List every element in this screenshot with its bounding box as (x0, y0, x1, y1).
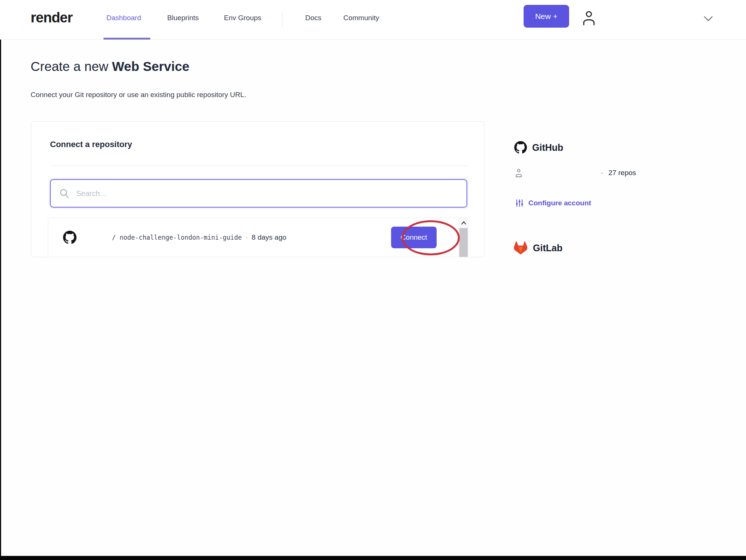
person-icon (581, 8, 597, 27)
card-heading-divider (50, 165, 468, 166)
account-person-icon (514, 168, 523, 178)
user-avatar-button[interactable] (578, 6, 599, 29)
connect-button[interactable]: Connect (391, 227, 437, 248)
github-icon (514, 141, 527, 154)
repo-separator-dot: · (246, 233, 248, 242)
page-subtitle: Connect your Git repository or use an ex… (31, 91, 246, 99)
repository-list-scrollbar[interactable] (459, 218, 468, 257)
gitlab-provider-header: GitLab (514, 241, 562, 255)
connect-repository-card: Connect a repository / node-challenge-lo… (31, 121, 484, 257)
repo-count: 27 repos (608, 169, 636, 177)
scrollbar-up-button[interactable] (459, 218, 468, 228)
gitlab-title: GitLab (533, 243, 562, 253)
sliders-icon (515, 198, 524, 208)
page-title-emphasis: Web Service (112, 59, 190, 74)
configure-account-label: Configure account (528, 199, 591, 207)
repository-list-item[interactable]: / node-challenge-london-mini-guide · 8 d… (48, 218, 468, 257)
github-title: GitHub (532, 142, 563, 153)
github-icon (63, 231, 77, 244)
screenshot-bottom-edge (0, 556, 746, 560)
page-title: Create a new Web Service (31, 59, 189, 74)
configure-account-link[interactable]: Configure account (515, 198, 591, 208)
repo-count-separator: · (601, 169, 603, 177)
render-logo[interactable]: render (31, 10, 72, 26)
scrollbar-thumb[interactable] (459, 228, 468, 257)
nav-item-community[interactable]: Community (343, 14, 379, 22)
card-heading: Connect a repository (50, 140, 132, 149)
screenshot-left-edge (0, 40, 1, 556)
nav-item-dashboard[interactable]: Dashboard (106, 14, 141, 22)
repository-list: / node-challenge-london-mini-guide · 8 d… (48, 218, 468, 257)
github-provider-header: GitHub (514, 141, 563, 154)
new-button[interactable]: New + (524, 5, 569, 28)
nav-item-env-groups[interactable]: Env Groups (224, 14, 261, 22)
search-icon (59, 188, 70, 199)
nav-item-docs[interactable]: Docs (305, 14, 321, 22)
github-account-row: · 27 repos (514, 168, 636, 178)
repo-updated-time: 8 days ago (252, 233, 286, 242)
nav-divider (282, 11, 283, 27)
repo-path: / node-challenge-london-mini-guide (112, 234, 242, 241)
scroll-up-icon (461, 221, 466, 225)
repository-search-input[interactable] (76, 189, 458, 198)
repository-search-box (50, 179, 467, 208)
gitlab-icon (514, 241, 528, 255)
chevron-down-icon[interactable] (703, 16, 714, 22)
page-title-prefix: Create a new (31, 59, 112, 74)
top-navigation-bar: render Dashboard Blueprints Env Groups D… (0, 0, 746, 40)
render-dashboard-screen: render Dashboard Blueprints Env Groups D… (0, 0, 746, 560)
active-tab-underline (103, 38, 150, 40)
nav-item-blueprints[interactable]: Blueprints (167, 14, 199, 22)
